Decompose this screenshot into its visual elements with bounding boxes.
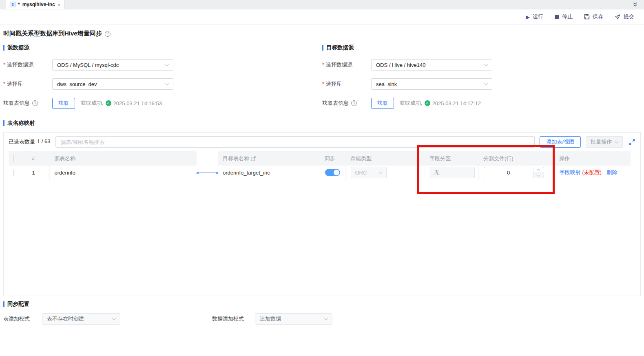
stop-button-label: 停止 [562, 13, 573, 20]
save-floppy-icon [584, 14, 590, 20]
source-table-name: orderinfo [49, 166, 197, 180]
section-accent-bar [3, 45, 4, 51]
sync-toggle[interactable] [325, 169, 340, 176]
fetch-help-icon[interactable] [351, 100, 357, 106]
toggle-knob [334, 170, 339, 175]
submit-button-label: 提交 [624, 13, 634, 20]
mapping-gap [197, 151, 218, 180]
tab-close-icon[interactable] [58, 2, 61, 7]
chevron-down-icon [484, 81, 488, 85]
run-button[interactable]: 运行 [526, 13, 543, 20]
source-fetch-button[interactable]: 获取 [52, 98, 75, 109]
submit-button[interactable]: 提交 [615, 13, 634, 20]
section-accent-bar [322, 45, 323, 51]
target-database-value: sea_sink [376, 81, 397, 87]
table-mapping-panel: 已选表数量 1 / 63 添加表/视图 批量操作 # 源表名称 1 orderi… [3, 132, 641, 296]
chevron-down-icon [112, 316, 116, 320]
tab-title: mysqlhive-inc [22, 2, 55, 7]
source-database-value: dws_source_dev [57, 81, 97, 87]
target-table-list: 目标表名称 同步 存储类型 字段分区 分割文件(行) 操作 orderinfo_… [218, 151, 631, 180]
target-datasource-section: 目标数据源 选择数据源 ODS / Hive / hive140 选择库 sea… [322, 44, 644, 109]
action-toolbar: 运行 停止 保存 提交 [0, 9, 644, 24]
success-check-icon [425, 100, 430, 106]
chevron-down-icon [165, 62, 169, 66]
chevron-down-icon [378, 170, 383, 174]
row-checkbox[interactable] [13, 169, 14, 176]
chevron-down-icon [324, 316, 328, 320]
target-fetch-button[interactable]: 获取 [371, 98, 394, 109]
target-database-select[interactable]: sea_sink [371, 78, 492, 90]
field-mapping-link[interactable]: 字段映射 [560, 169, 581, 176]
source-fetch-status: 获取成功, [81, 100, 104, 107]
table-add-mode-value: 表不存在时创建 [47, 315, 84, 323]
source-fetch-label: 获取表信息 [3, 100, 30, 107]
delete-link[interactable]: 删除 [606, 169, 617, 176]
source-datasource-value: ODS / MySQL / mysql-cdc [57, 62, 119, 68]
target-fetch-time: 2025.03.21 14:17:12 [432, 100, 481, 106]
data-add-mode-label: 数据添加模式 [212, 315, 244, 323]
col-split-file: 分割文件(行) [478, 151, 554, 166]
data-add-mode-value: 追加数据 [260, 315, 281, 323]
target-fetch-status: 获取成功, [400, 100, 423, 107]
data-add-mode-select[interactable]: 追加数据 [255, 313, 332, 325]
title-help-icon[interactable] [105, 31, 111, 37]
source-fetch-time: 2025.03.21 14:16:53 [113, 100, 162, 106]
stepper-up-icon[interactable] [533, 167, 544, 172]
col-source-table: 源表名称 [49, 151, 197, 166]
stop-button[interactable]: 停止 [555, 13, 573, 20]
field-partition-input[interactable]: 无 [430, 167, 475, 178]
col-field-partition: 字段分区 [425, 151, 478, 166]
section-accent-bar [3, 120, 4, 126]
split-file-number-input[interactable]: 0 [484, 167, 544, 178]
target-fetch-label: 获取表信息 [322, 100, 349, 107]
table-add-mode-label: 表添加模式 [3, 315, 30, 323]
row-connector-line [197, 172, 217, 173]
target-datasource-label: 选择数据源 [322, 61, 371, 69]
table-add-mode-select[interactable]: 表不存在时创建 [42, 313, 120, 325]
storage-type-value: ORC [355, 170, 367, 176]
table-row: orderinfo_target_inc ORC 无 [218, 166, 631, 180]
fetch-help-icon[interactable] [32, 100, 38, 106]
storage-type-select[interactable]: ORC [351, 167, 387, 178]
tab-modified-marker: * [18, 2, 20, 7]
col-target-table: 目标表名称 [218, 151, 320, 166]
col-storage-type: 存储类型 [345, 151, 425, 166]
play-icon [526, 14, 530, 20]
chevron-down-icon [484, 62, 488, 66]
source-database-label: 选择库 [3, 80, 52, 88]
stepper-down-icon[interactable] [533, 172, 544, 178]
field-mapping-status: (未配置) [582, 169, 602, 176]
sync-config-section-title: 同步配置 [7, 301, 29, 308]
col-actions: 操作 [554, 151, 631, 166]
submit-send-icon [615, 14, 621, 20]
batch-operation-label: 批量操作 [591, 138, 612, 146]
run-button-label: 运行 [533, 13, 543, 20]
source-database-select[interactable]: dws_source_dev [52, 78, 173, 90]
page-title: 时间戳关系型数据库到Hive增量同步 [3, 30, 102, 38]
success-check-icon [106, 100, 111, 106]
source-datasource-select[interactable]: ODS / MySQL / mysql-cdc [52, 59, 173, 71]
table-search-input[interactable] [55, 136, 535, 148]
mapping-section-title: 表名称映射 [7, 119, 35, 127]
fullscreen-expand-icon[interactable] [629, 139, 635, 146]
source-section-title: 源数据源 [7, 44, 29, 51]
col-sync: 同步 [320, 151, 345, 166]
table-row: 1 orderinfo [9, 166, 197, 180]
batch-operation-button[interactable]: 批量操作 [586, 136, 623, 148]
select-all-checkbox[interactable] [13, 155, 14, 162]
seatunnel-task-icon: S [10, 2, 15, 7]
add-table-view-button[interactable]: 添加表/视图 [540, 136, 581, 148]
edit-pencil-icon[interactable] [251, 156, 256, 161]
source-datasource-section: 源数据源 选择数据源 ODS / MySQL / mysql-cdc 选择库 d… [3, 44, 322, 109]
selected-table-count: 已选表数量 1 / 63 [9, 138, 51, 146]
tab-bar: S * mysqlhive-inc [0, 0, 644, 9]
target-section-title: 目标数据源 [326, 44, 354, 51]
save-button-label: 保存 [593, 13, 603, 20]
target-database-label: 选择库 [322, 80, 371, 88]
tab-mysqlhive-inc[interactable]: S * mysqlhive-inc [6, 0, 64, 9]
col-index: # [27, 151, 49, 166]
target-datasource-select[interactable]: ODS / Hive / hive140 [371, 59, 492, 71]
collapse-double-chevron-icon[interactable] [632, 2, 638, 8]
split-file-value: 0 [484, 167, 533, 178]
save-button[interactable]: 保存 [584, 13, 603, 20]
